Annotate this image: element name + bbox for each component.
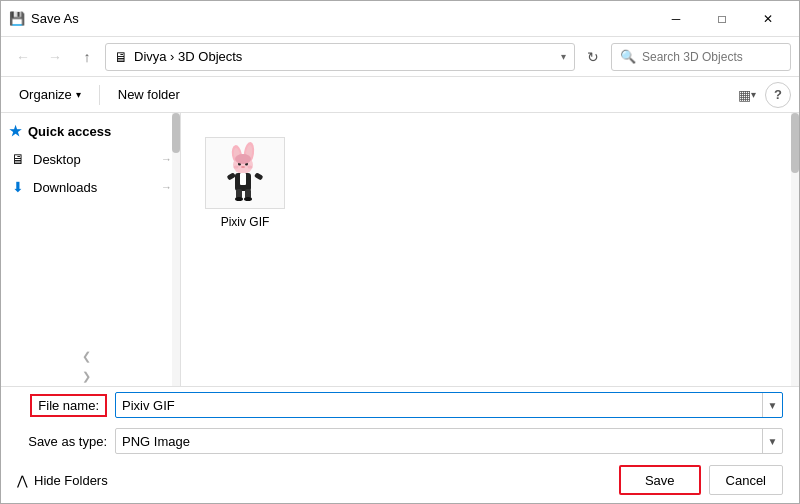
- sidebar: ★ Quick access 🖥 Desktop → ⬇ Downloads →: [1, 113, 181, 386]
- svg-point-15: [235, 197, 243, 201]
- help-button[interactable]: ?: [765, 82, 791, 108]
- filename-input-wrap: ▼: [115, 392, 783, 418]
- refresh-button[interactable]: ↻: [579, 43, 607, 71]
- scroll-arrow-down: ❯: [82, 366, 91, 386]
- save-button[interactable]: Save: [619, 465, 701, 495]
- search-icon: 🔍: [620, 49, 636, 64]
- toolbar: Organize ▾ New folder ▦ ▾ ?: [1, 77, 799, 113]
- address-path-box[interactable]: 🖥 Divya › 3D Objects ▾: [105, 43, 575, 71]
- sidebar-item-desktop[interactable]: 🖥 Desktop →: [1, 145, 180, 173]
- search-input[interactable]: [642, 50, 792, 64]
- content-scrollbar-thumb[interactable]: [791, 113, 799, 173]
- filetype-label: Save as type:: [17, 434, 107, 449]
- downloads-pin-icon: →: [161, 181, 172, 193]
- hide-folders-button[interactable]: ⋀ Hide Folders: [17, 473, 108, 488]
- svg-rect-10: [240, 173, 246, 185]
- sidebar-item-downloads-label: Downloads: [33, 180, 161, 195]
- hide-folders-icon: ⋀: [17, 473, 28, 488]
- new-folder-button[interactable]: New folder: [108, 82, 190, 108]
- sidebar-scroll-arrows: ❮ ❯: [1, 346, 172, 386]
- desktop-pin-icon: →: [161, 153, 172, 165]
- sidebar-items: ★ Quick access 🖥 Desktop → ⬇ Downloads →: [1, 113, 180, 386]
- maximize-button[interactable]: □: [699, 1, 745, 37]
- scroll-arrow-up: ❮: [82, 346, 91, 366]
- filetype-value: PNG Image: [116, 434, 762, 449]
- quick-access-label: Quick access: [28, 124, 111, 139]
- file-item-pixiv-gif[interactable]: Pixiv GIF: [197, 129, 293, 237]
- downloads-icon: ⬇: [9, 178, 27, 196]
- action-row: ⋀ Hide Folders Save Cancel: [1, 459, 799, 503]
- filename-dropdown-arrow[interactable]: ▼: [762, 393, 782, 417]
- minimize-button[interactable]: ─: [653, 1, 699, 37]
- filename-label: File name:: [17, 398, 107, 413]
- sidebar-item-downloads[interactable]: ⬇ Downloads →: [1, 173, 180, 201]
- sidebar-section-quick-access[interactable]: ★ Quick access: [1, 117, 180, 145]
- filetype-dropdown-arrow[interactable]: ▼: [762, 429, 782, 453]
- svg-point-8: [241, 166, 245, 168]
- file-thumbnail-pixiv-gif: [205, 137, 285, 209]
- filetype-row: Save as type: PNG Image ▼: [1, 423, 799, 459]
- title-bar: 💾 Save As ─ □ ✕: [1, 1, 799, 37]
- sidebar-scrollbar-thumb[interactable]: [172, 113, 180, 153]
- filename-label-box: File name:: [30, 394, 107, 417]
- view-button[interactable]: ▦ ▾: [733, 82, 761, 108]
- svg-point-18: [234, 166, 239, 169]
- window-icon: 💾: [9, 11, 25, 27]
- search-box: 🔍: [611, 43, 791, 71]
- file-grid: Pixiv GIF: [181, 113, 799, 253]
- window-title: Save As: [31, 11, 653, 26]
- rabbit-svg: [211, 141, 279, 205]
- content-area: Pixiv GIF: [181, 113, 799, 386]
- address-bar: ← → ↑ 🖥 Divya › 3D Objects ▾ ↻ 🔍: [1, 37, 799, 77]
- filename-row: File name: ▼: [1, 387, 799, 423]
- organize-button[interactable]: Organize ▾: [9, 82, 91, 108]
- svg-point-16: [244, 197, 252, 201]
- close-button[interactable]: ✕: [745, 1, 791, 37]
- sidebar-scrollbar-track: [172, 113, 180, 386]
- up-button[interactable]: ↑: [73, 43, 101, 71]
- main-area: ★ Quick access 🖥 Desktop → ⬇ Downloads →: [1, 113, 799, 386]
- file-name-pixiv-gif: Pixiv GIF: [221, 215, 270, 229]
- path-text: Divya › 3D Objects: [134, 49, 561, 64]
- window-controls: ─ □ ✕: [653, 1, 791, 37]
- filename-input[interactable]: [116, 398, 762, 413]
- svg-point-19: [248, 166, 253, 169]
- bottom-area: File name: ▼ Save as type: PNG Image ▼ ⋀…: [1, 386, 799, 503]
- save-as-dialog: 💾 Save As ─ □ ✕ ← → ↑ 🖥 Divya › 3D Objec…: [0, 0, 800, 504]
- filetype-select-wrap: PNG Image ▼: [115, 428, 783, 454]
- back-button[interactable]: ←: [9, 43, 37, 71]
- hide-folders-label: Hide Folders: [34, 473, 108, 488]
- svg-point-17: [235, 154, 251, 164]
- path-icon: 🖥: [114, 49, 128, 65]
- desktop-icon: 🖥: [9, 150, 27, 168]
- quick-access-star-icon: ★: [9, 123, 22, 139]
- path-chevron: ▾: [561, 51, 566, 62]
- toolbar-right: ▦ ▾ ?: [733, 82, 791, 108]
- cancel-button[interactable]: Cancel: [709, 465, 783, 495]
- forward-button[interactable]: →: [41, 43, 69, 71]
- sidebar-item-desktop-label: Desktop: [33, 152, 161, 167]
- content-scrollbar-track: [791, 113, 799, 386]
- action-buttons: Save Cancel: [619, 465, 783, 495]
- toolbar-separator: [99, 85, 100, 105]
